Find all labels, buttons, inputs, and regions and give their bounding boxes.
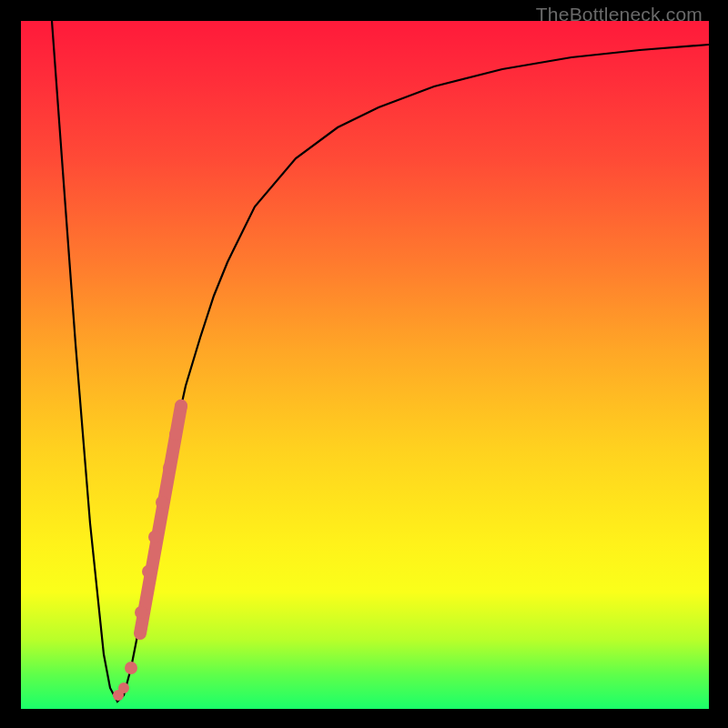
marker-dot: [135, 606, 147, 619]
marker-dot: [169, 428, 182, 440]
marker-group: [113, 399, 187, 701]
marker-dot: [156, 496, 168, 509]
marker-dot: [148, 531, 161, 543]
marker-dot: [175, 399, 187, 412]
marker-dot: [125, 662, 137, 674]
chart-svg: [21, 21, 709, 709]
marker-dot: [163, 461, 176, 474]
chart-frame: TheBottleneck.com: [0, 0, 728, 728]
marker-dot: [118, 682, 129, 693]
plot-area: [21, 21, 709, 709]
marker-dot: [142, 565, 155, 578]
watermark-text: TheBottleneck.com: [536, 4, 703, 25]
